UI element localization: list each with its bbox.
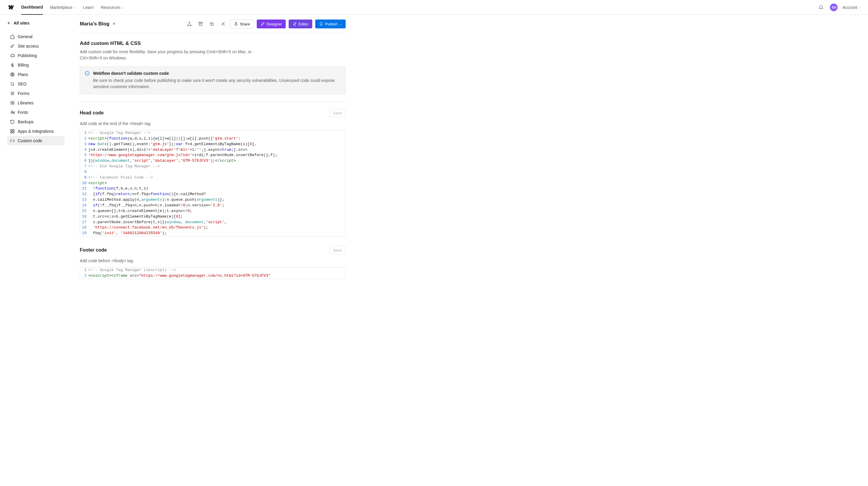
code-line: 6})(window,document,'script','dataLayer'… — [80, 158, 345, 164]
sidebar-item-label: General — [18, 34, 32, 39]
target-icon — [10, 72, 15, 77]
pencil-icon — [260, 22, 265, 26]
delete-icon[interactable] — [219, 20, 227, 28]
custom-code-desc: Add custom code for more flexibility. Sa… — [80, 49, 263, 61]
sidebar-item-apps-integrations[interactable]: Apps & Integrations — [7, 126, 64, 136]
sidebar-item-label: Libraries — [18, 101, 34, 105]
sidebar-item-site-access[interactable]: Site access — [7, 41, 64, 51]
arrow-left-icon — [7, 21, 11, 25]
sidebar-item-billing[interactable]: Billing — [7, 60, 64, 70]
validation-alert: Webflow doesn't validate custom code Be … — [80, 66, 346, 94]
sidebar-item-plans[interactable]: Plans — [7, 70, 64, 79]
undo-icon — [10, 119, 15, 124]
search-icon — [10, 82, 15, 86]
sidebar-item-general[interactable]: General — [7, 32, 64, 41]
save-footer-button[interactable]: Save — [329, 246, 346, 254]
footer-code-editor[interactable]: 1<!-- Google Tag Manager (noscript) -->2… — [80, 267, 346, 279]
archive-icon[interactable] — [196, 20, 205, 28]
chevron-down-icon: ⌄ — [122, 6, 124, 9]
nav-learn[interactable]: Learn — [83, 0, 94, 15]
custom-code-title: Add custom HTML & CSS — [80, 40, 346, 47]
footer-code-title: Footer code — [80, 248, 107, 253]
sidebar-item-seo[interactable]: SEO — [7, 79, 64, 89]
back-all-sites[interactable]: All sites — [7, 20, 64, 27]
edit-icon — [292, 22, 297, 26]
code-line: 4j=d.createElement(s),dl=l!='dataLayer'?… — [80, 147, 345, 153]
chevron-down-icon: ⌄ — [339, 23, 342, 26]
transfer-icon[interactable] — [185, 20, 193, 28]
nav-dashboard[interactable]: Dashboard — [21, 0, 43, 15]
svg-rect-8 — [13, 132, 14, 133]
sidebar-item-label: Custom code — [18, 138, 42, 143]
code-line: 11 !function(f,b,e,v,n,t,s) — [80, 186, 345, 192]
publish-button[interactable]: Publish ⌄ — [315, 20, 346, 28]
sidebar-item-label: Apps & Integrations — [18, 129, 54, 134]
share-button[interactable]: Share — [230, 20, 254, 28]
grid-icon — [10, 129, 15, 134]
head-code-title: Head code — [80, 110, 104, 116]
code-icon — [10, 138, 15, 143]
page-header: Maria's Blog Share Designer Edito — [80, 20, 346, 33]
divider — [80, 102, 346, 102]
code-line: 15 n.queue=[];t=b.createElement(e);t.asy… — [80, 208, 345, 214]
code-line: 14 if(!f._fbq)f._fbq=n;n.push=n;n.loaded… — [80, 203, 345, 208]
books-icon — [10, 101, 15, 105]
webflow-logo-icon[interactable] — [7, 4, 14, 11]
sidebar-item-publishing[interactable]: Publishing — [7, 51, 64, 60]
code-line: 1<!-- Google Tag Manager (noscript) --> — [80, 267, 345, 273]
info-icon — [85, 71, 90, 76]
sidebar-item-label: Billing — [18, 63, 29, 67]
user-avatar[interactable]: SS — [830, 4, 838, 11]
font-icon — [10, 110, 15, 115]
sidebar-item-libraries[interactable]: Libraries — [7, 98, 64, 108]
account-menu[interactable]: Account⌄ — [842, 0, 861, 15]
home-icon — [10, 34, 15, 39]
nav-marketplace[interactable]: Marketplace⌄ — [50, 0, 76, 15]
main-content: Maria's Blog Share Designer Edito — [68, 15, 393, 291]
sidebar-item-forms[interactable]: Forms — [7, 89, 64, 98]
head-code-desc: Add code at the end of the <head> tag — [80, 121, 346, 126]
notifications-icon[interactable] — [817, 3, 825, 11]
sidebar-item-label: Forms — [18, 91, 30, 96]
designer-button[interactable]: Designer — [257, 20, 286, 28]
code-line: 5'https://www.googletagmanager.com/gtm.j… — [80, 152, 345, 158]
code-line: 1<!-- Google Tag Manager --> — [80, 131, 345, 136]
rocket-icon — [319, 22, 323, 26]
top-nav: Dashboard Marketplace⌄ Learn Resources⌄ … — [0, 0, 868, 15]
list-icon — [10, 91, 15, 96]
code-line: 8 — [80, 169, 345, 175]
code-line: 9<!-- Facebook Pixel Code --> — [80, 175, 345, 181]
dollar-icon — [10, 63, 15, 67]
code-line: 2<script>(function(w,d,s,l,i){w[l]=w[l]|… — [80, 136, 345, 142]
code-line: 16 t.src=v;s=b.getElementsByTagName(e)[0… — [80, 214, 345, 220]
chevron-down-icon: ⌄ — [73, 6, 76, 9]
sidebar-item-custom-code[interactable]: Custom code — [7, 136, 64, 145]
duplicate-icon[interactable] — [208, 20, 216, 28]
external-link-icon[interactable] — [112, 22, 116, 26]
back-label: All sites — [13, 21, 30, 25]
alert-body: Be sure to check your code before publis… — [93, 78, 341, 90]
share-icon — [234, 22, 238, 26]
alert-title: Webflow doesn't validate custom code — [93, 71, 341, 76]
code-line: 12 {if(f.fbq)return;n=f.fbq=function(){n… — [80, 192, 345, 197]
footer-code-desc: Add code before </body> tag — [80, 258, 346, 263]
code-line: 2<noscript><iframe src="https://www.goog… — [80, 273, 345, 279]
sidebar: All sites GeneralSite accessPublishingBi… — [0, 15, 68, 291]
svg-rect-10 — [211, 23, 213, 25]
code-line: 18 'https://connect.facebook.net/en_US/f… — [80, 225, 345, 231]
sidebar-item-fonts[interactable]: Fonts — [7, 108, 64, 117]
head-code-editor[interactable]: 1<!-- Google Tag Manager -->2<script>(fu… — [80, 130, 346, 236]
save-head-button[interactable]: Save — [329, 109, 346, 117]
cloud-icon — [10, 53, 15, 58]
sidebar-item-backups[interactable]: Backups — [7, 117, 64, 126]
svg-rect-9 — [199, 22, 203, 23]
code-line: 10<script> — [80, 181, 345, 186]
key-icon — [10, 44, 15, 49]
nav-resources[interactable]: Resources⌄ — [101, 0, 124, 15]
svg-point-0 — [11, 46, 12, 47]
editor-button[interactable]: Editor — [289, 20, 312, 28]
sidebar-item-label: Plans — [18, 72, 28, 77]
svg-point-4 — [11, 83, 13, 85]
svg-rect-5 — [11, 130, 12, 131]
sidebar-item-label: Backups — [18, 119, 34, 124]
